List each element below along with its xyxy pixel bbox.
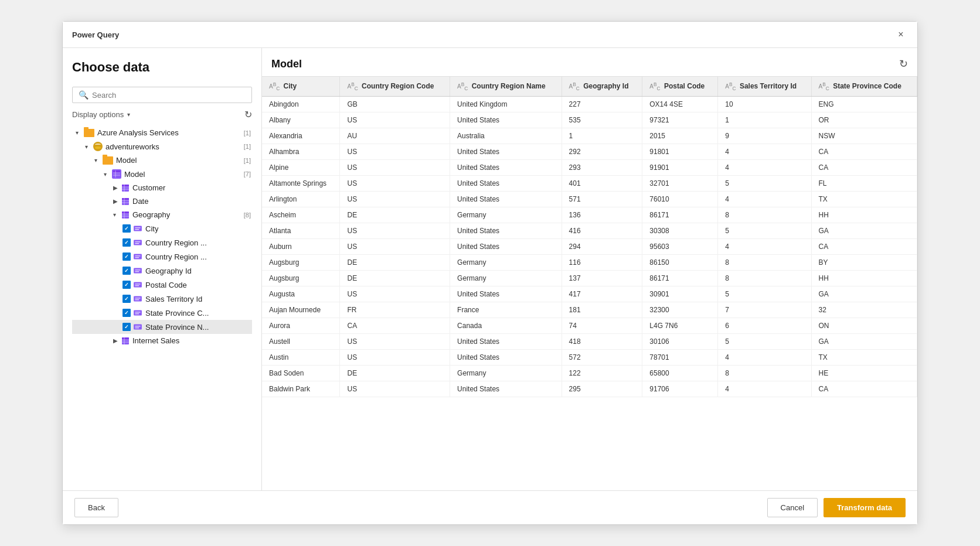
left-panel: Choose data 🔍 Display options ▾ ↻ ▾ Azur… bbox=[63, 48, 262, 490]
tree-label-date: Date bbox=[132, 197, 148, 206]
expand-arrow-azure: ▾ bbox=[76, 129, 84, 136]
table-cell: 136 bbox=[562, 207, 642, 223]
table-cell: 4 bbox=[718, 192, 811, 207]
table-row: AtlantaUSUnited States416303085GA bbox=[262, 223, 917, 239]
checkbox-country-region-2[interactable] bbox=[122, 252, 131, 261]
data-table-container[interactable]: ABC City ABC Country Region Code ABC Cou… bbox=[262, 76, 917, 490]
close-button[interactable]: × bbox=[894, 28, 908, 42]
tree-item-geography[interactable]: ▾ Geography [8] bbox=[72, 208, 252, 221]
tree-item-country-region-2[interactable]: Country Region ... bbox=[72, 250, 252, 264]
tree-item-model-table[interactable]: ▾ Model [7] bbox=[72, 167, 252, 181]
tree-label-azure: Azure Analysis Services bbox=[97, 128, 179, 137]
col-type-gid: ABC bbox=[569, 83, 580, 90]
tree-label-customer: Customer bbox=[132, 183, 165, 192]
table-cell: 74 bbox=[562, 318, 642, 334]
checkbox-state-province-c[interactable] bbox=[122, 309, 131, 317]
table-cell: L4G 7N6 bbox=[642, 318, 718, 334]
tree-item-sales-territory-id-field[interactable]: Sales Territory Id bbox=[72, 292, 252, 306]
table-row: ArlingtonUSUnited States571760104TX bbox=[262, 192, 917, 207]
db-icon-adventureworks bbox=[93, 142, 103, 151]
tree-item-internet-sales[interactable]: ▶ Internet Sales bbox=[72, 334, 252, 347]
table-cell: BY bbox=[811, 255, 917, 271]
model-refresh-button[interactable]: ↻ bbox=[899, 57, 908, 70]
search-box[interactable]: 🔍 bbox=[72, 87, 252, 103]
checkbox-city[interactable] bbox=[122, 224, 131, 233]
checkbox-postal-code[interactable] bbox=[122, 281, 131, 289]
col-header-country-region-code[interactable]: ABC Country Region Code bbox=[340, 77, 450, 97]
tree-item-geography-id-field[interactable]: Geography Id bbox=[72, 264, 252, 278]
svg-rect-41 bbox=[134, 310, 142, 315]
svg-rect-19 bbox=[122, 211, 129, 214]
table-cell: 2015 bbox=[642, 128, 718, 144]
checkbox-country-region-1[interactable] bbox=[122, 238, 131, 247]
footer: Back Cancel Transform data bbox=[63, 490, 917, 524]
table-cell: NSW bbox=[811, 128, 917, 144]
tree-item-country-region-1[interactable]: Country Region ... bbox=[72, 236, 252, 250]
display-options-bar: Display options ▾ ↻ bbox=[72, 109, 252, 120]
folder-icon-azure bbox=[84, 129, 94, 137]
transform-data-button[interactable]: Transform data bbox=[824, 498, 906, 517]
svg-rect-35 bbox=[134, 282, 142, 287]
expand-arrow-date: ▶ bbox=[113, 198, 121, 204]
main-content: Choose data 🔍 Display options ▾ ↻ ▾ Azur… bbox=[63, 48, 917, 490]
choose-data-heading: Choose data bbox=[72, 60, 252, 75]
table-cell: United States bbox=[450, 286, 562, 302]
col-header-country-region-name[interactable]: ABC Country Region Name bbox=[450, 77, 562, 97]
tree-item-state-province-n[interactable]: State Province N... bbox=[72, 320, 252, 334]
tree-item-date[interactable]: ▶ Date bbox=[72, 194, 252, 208]
refresh-button[interactable]: ↻ bbox=[244, 109, 252, 120]
tree-item-azure[interactable]: ▾ Azure Analysis Services [1] bbox=[72, 126, 252, 139]
table-row: Baldwin ParkUSUnited States295917064CA bbox=[262, 381, 917, 397]
table-cell: 4 bbox=[718, 350, 811, 366]
tree-item-customer[interactable]: ▶ Customer bbox=[72, 181, 252, 194]
table-cell: FR bbox=[340, 302, 450, 318]
tree-label-sales-territory-id-field: Sales Territory Id bbox=[145, 295, 202, 303]
table-cell: 5 bbox=[718, 334, 811, 350]
col-header-city[interactable]: ABC City bbox=[262, 77, 340, 97]
col-type-crn: ABC bbox=[457, 83, 468, 90]
tree-item-state-province-c[interactable]: State Province C... bbox=[72, 306, 252, 320]
table-cell: United Kingdom bbox=[450, 97, 562, 112]
tree-item-model-root[interactable]: ▾ Model [1] bbox=[72, 153, 252, 167]
tree-item-adventureworks[interactable]: ▾ adventureworks [1] bbox=[72, 139, 252, 153]
col-type-stid: ABC bbox=[725, 83, 736, 90]
field-icon-geography-id bbox=[133, 266, 142, 275]
tree-item-city-field[interactable]: City bbox=[72, 221, 252, 236]
tree-label-state-province-n: State Province N... bbox=[145, 323, 209, 332]
checkbox-sales-territory-id[interactable] bbox=[122, 295, 131, 303]
cancel-button[interactable]: Cancel bbox=[767, 498, 818, 517]
col-header-geography-id[interactable]: ABC Geography Id bbox=[562, 77, 642, 97]
table-cell: 32300 bbox=[642, 302, 718, 318]
search-input[interactable] bbox=[92, 91, 246, 100]
back-button[interactable]: Back bbox=[74, 498, 118, 517]
table-cell: CA bbox=[811, 144, 917, 160]
table-cell: Altamonte Springs bbox=[262, 176, 340, 192]
tree-item-postal-code-field[interactable]: Postal Code bbox=[72, 278, 252, 292]
table-cell: 32701 bbox=[642, 176, 718, 192]
model-header: Model ↻ bbox=[262, 57, 917, 76]
table-cell: Augusta bbox=[262, 286, 340, 302]
table-cell: Alexandria bbox=[262, 128, 340, 144]
table-cell: DE bbox=[340, 366, 450, 381]
table-cell: 10 bbox=[718, 97, 811, 112]
table-cell: United States bbox=[450, 239, 562, 255]
table-cell: United States bbox=[450, 334, 562, 350]
col-header-sales-territory-id[interactable]: ABC Sales Territory Id bbox=[718, 77, 811, 97]
table-row: AuroraCACanada74L4G 7N66ON bbox=[262, 318, 917, 334]
table-cell: Austin bbox=[262, 350, 340, 366]
svg-rect-29 bbox=[134, 254, 142, 259]
table-cell: 572 bbox=[562, 350, 642, 366]
col-header-state-province-code[interactable]: ABC State Province Code bbox=[811, 77, 917, 97]
table-cell: US bbox=[340, 239, 450, 255]
table-cell: 30106 bbox=[642, 334, 718, 350]
table-cell: 4 bbox=[718, 239, 811, 255]
table-row: AustellUSUnited States418301065GA bbox=[262, 334, 917, 350]
table-cell: 294 bbox=[562, 239, 642, 255]
checkbox-state-province-n[interactable] bbox=[122, 323, 131, 331]
table-cell: ENG bbox=[811, 97, 917, 112]
table-cell: GA bbox=[811, 286, 917, 302]
col-header-postal-code[interactable]: ABC Postal Code bbox=[642, 77, 718, 97]
tree-label-geography-id-field: Geography Id bbox=[145, 267, 192, 275]
checkbox-geography-id[interactable] bbox=[122, 267, 131, 275]
col-type-spc: ABC bbox=[819, 83, 829, 90]
